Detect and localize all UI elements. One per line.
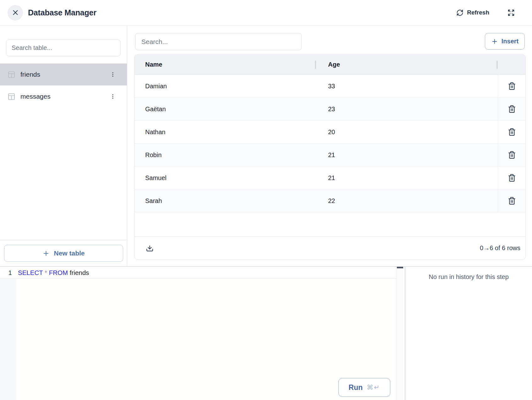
cell-name: Robin: [134, 144, 316, 166]
search-table-input[interactable]: [6, 40, 121, 56]
trash-icon: [508, 82, 516, 90]
data-grid: Name Age Damian 33: [134, 54, 526, 260]
plus-icon: [42, 250, 50, 257]
column-header-label: Name: [145, 61, 162, 68]
plus-icon: [491, 38, 498, 45]
run-label: Run: [348, 383, 363, 392]
close-button[interactable]: [8, 5, 23, 20]
sidebar-item-friends[interactable]: friends: [0, 63, 127, 85]
refresh-button[interactable]: Refresh: [456, 9, 489, 16]
table-row[interactable]: Nathan 20: [134, 121, 525, 144]
delete-row-button[interactable]: [507, 104, 517, 114]
table-row[interactable]: Sarah 22: [134, 189, 525, 212]
run-history-panel: No run in history for this step: [405, 267, 532, 400]
table-icon: [8, 93, 15, 101]
editor-gutter: [0, 267, 16, 400]
column-header-label: Age: [328, 61, 340, 68]
sidebar: friends messages: [0, 25, 127, 266]
trash-icon: [508, 151, 516, 159]
cell-actions: [498, 121, 525, 143]
table-row[interactable]: Samuel 21: [134, 167, 525, 189]
column-header-name: Name: [134, 55, 316, 74]
refresh-icon: [456, 9, 463, 16]
line-number: 1: [0, 267, 16, 278]
cell-name: Nathan: [134, 121, 316, 143]
cell-actions: [498, 144, 525, 166]
history-empty-message: No run in history for this step: [429, 273, 509, 281]
column-header-actions: [498, 55, 525, 74]
delete-row-button[interactable]: [507, 127, 517, 137]
cell-age: 22: [316, 189, 498, 212]
editor-active-line[interactable]: 1 SELECT * FROM friends: [0, 267, 397, 279]
cell-age: 21: [316, 167, 498, 189]
page-title: Database Manager: [28, 8, 96, 17]
top-bar: Database Manager Refresh: [0, 0, 532, 25]
cell-name: Damian: [134, 75, 316, 97]
table-row[interactable]: Robin 21: [134, 144, 525, 167]
new-table-label: New table: [54, 249, 85, 257]
table-row[interactable]: Damian 33: [134, 75, 525, 98]
delete-row-button[interactable]: [507, 150, 517, 160]
trash-icon: [508, 128, 516, 136]
table-list: friends messages: [0, 63, 127, 107]
new-table-button[interactable]: New table: [4, 245, 123, 262]
sidebar-item-label: messages: [20, 93, 108, 100]
cell-actions: [498, 189, 525, 212]
trash-icon: [508, 174, 516, 182]
table-options-button[interactable]: [108, 70, 117, 79]
cell-age: 20: [316, 121, 498, 143]
delete-row-button[interactable]: [507, 173, 517, 183]
grid-header-row: Name Age: [134, 55, 525, 75]
rows-count-status: 0→6 of 6 rows: [480, 244, 520, 252]
sidebar-item-label: friends: [20, 71, 108, 78]
delete-row-button[interactable]: [507, 195, 517, 206]
sidebar-item-messages[interactable]: messages: [0, 85, 127, 107]
table-row[interactable]: Gaëtan 23: [134, 98, 525, 121]
cell-age: 23: [316, 98, 498, 120]
download-icon: [146, 244, 154, 252]
database-manager-window: Database Manager Refresh: [0, 0, 532, 400]
cell-actions: [498, 167, 525, 189]
trash-icon: [508, 105, 516, 113]
top-bar-actions: Refresh: [456, 9, 515, 16]
close-icon: [12, 9, 19, 16]
delete-row-button[interactable]: [507, 81, 517, 91]
editor-scrollbar-thumb[interactable]: [397, 267, 403, 268]
grid-body: Damian 33 Gaëtan 23: [134, 75, 525, 212]
export-button[interactable]: [146, 244, 154, 252]
table-panel: Insert Name Age Damian 33: [128, 25, 532, 266]
sidebar-footer: New table: [0, 240, 127, 266]
cell-name: Sarah: [134, 189, 316, 212]
search-rows-input[interactable]: [135, 33, 302, 50]
expand-icon: [507, 9, 515, 16]
insert-label: Insert: [502, 38, 518, 45]
trash-icon: [508, 197, 516, 205]
cell-name: Gaëtan: [134, 98, 316, 120]
refresh-label: Refresh: [467, 9, 489, 16]
run-shortcut-hint: ⌘↵: [367, 384, 380, 391]
table-icon: [8, 71, 15, 79]
insert-button[interactable]: Insert: [485, 33, 525, 50]
kebab-menu-icon: [110, 71, 116, 78]
sql-editor[interactable]: 1 SELECT * FROM friends Run ⌘↵: [0, 267, 397, 400]
grid-footer: 0→6 of 6 rows: [134, 236, 525, 259]
cell-age: 33: [316, 75, 498, 97]
cell-actions: [498, 98, 525, 120]
cell-name: Samuel: [134, 167, 316, 189]
fullscreen-button[interactable]: [507, 9, 515, 16]
run-button[interactable]: Run ⌘↵: [338, 378, 390, 397]
column-header-age: Age: [316, 55, 498, 74]
grid-empty-space: [134, 212, 525, 236]
sql-code-line[interactable]: SELECT * FROM friends: [16, 267, 89, 278]
cell-age: 21: [316, 144, 498, 166]
editor-scrollbar[interactable]: [397, 267, 403, 400]
cell-actions: [498, 75, 525, 97]
kebab-menu-icon: [110, 93, 116, 100]
table-options-button[interactable]: [108, 92, 117, 101]
